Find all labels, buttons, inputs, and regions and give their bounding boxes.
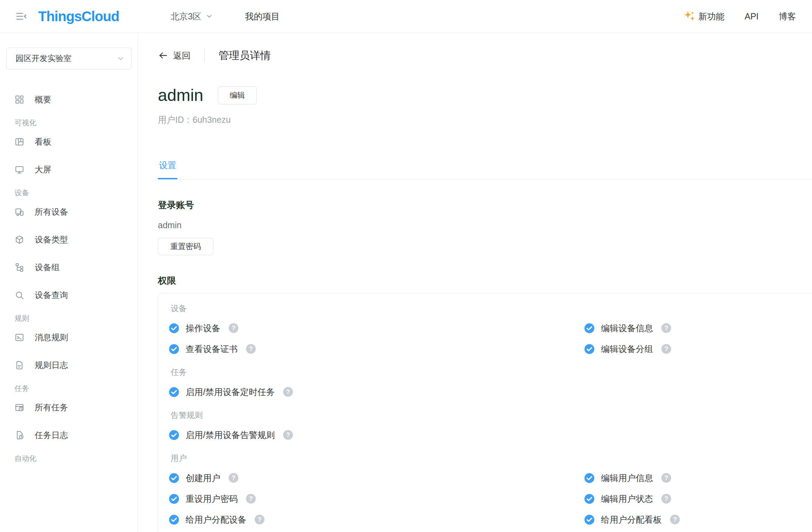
checked-checkbox-icon[interactable] bbox=[584, 323, 595, 334]
permission-group: 用户创建用户?编辑用户信息?重设用户密码?编辑用户状态?给用户分配设备?给用户分… bbox=[169, 453, 812, 530]
permission-item: 给用户分配看板? bbox=[584, 514, 812, 525]
region-label: 北京3区 bbox=[170, 11, 201, 22]
help-question-icon[interactable]: ? bbox=[229, 323, 238, 333]
sidebar-item-label: 看板 bbox=[35, 136, 51, 147]
checked-checkbox-icon[interactable] bbox=[584, 473, 595, 483]
device-search-icon bbox=[15, 290, 24, 300]
sidebar-item[interactable]: 设备类型 bbox=[6, 226, 132, 254]
help-question-icon[interactable]: ? bbox=[283, 387, 293, 397]
sidebar-section-label: 设备 bbox=[6, 188, 132, 198]
permission-item: 给用户分配设备? bbox=[169, 514, 584, 525]
help-question-icon[interactable]: ? bbox=[670, 515, 680, 524]
sidebar-item[interactable]: 所有设备 bbox=[6, 198, 132, 226]
permission-row: 查看设备证书?编辑设备分组? bbox=[169, 338, 812, 359]
sidebar-section-label: 规则 bbox=[6, 313, 132, 324]
sidebar-item[interactable]: 所有任务 bbox=[6, 394, 132, 421]
sidebar-item-label: 任务日志 bbox=[35, 430, 68, 441]
permission-label: 重设用户密码 bbox=[186, 493, 238, 505]
sidebar-item-label: 设备查询 bbox=[35, 290, 68, 301]
permission-row: 启用/禁用设备定时任务? bbox=[169, 381, 812, 402]
sidebar-item[interactable]: 设备组 bbox=[6, 254, 132, 281]
sparkles-icon bbox=[684, 11, 695, 22]
checked-checkbox-icon[interactable] bbox=[169, 387, 179, 397]
permission-group-label: 设备 bbox=[169, 303, 812, 314]
dashboard-icon bbox=[15, 137, 24, 147]
sidebar-item-label: 设备类型 bbox=[35, 234, 68, 245]
help-question-icon[interactable]: ? bbox=[661, 323, 671, 333]
sidebar-collapse-icon[interactable] bbox=[13, 8, 29, 24]
blog-link[interactable]: 博客 bbox=[779, 11, 796, 22]
checked-checkbox-icon[interactable] bbox=[169, 473, 179, 483]
checked-checkbox-icon[interactable] bbox=[169, 344, 179, 354]
permission-item: 编辑设备信息? bbox=[584, 323, 812, 334]
checked-checkbox-icon[interactable] bbox=[584, 514, 595, 525]
permission-row: 重设用户密码?编辑用户状态? bbox=[169, 488, 812, 509]
permission-item: 编辑用户状态? bbox=[584, 493, 812, 505]
permission-group: 任务启用/禁用设备定时任务? bbox=[169, 367, 812, 402]
project-selector-value: 园区开发实验室 bbox=[16, 53, 71, 64]
permission-label: 创建用户 bbox=[186, 472, 220, 484]
device-group-icon bbox=[15, 263, 24, 272]
all-tasks-icon bbox=[15, 403, 24, 412]
permissions-section-title: 权限 bbox=[158, 275, 812, 287]
permission-item: 创建用户? bbox=[169, 472, 584, 484]
permission-label: 给用户分配设备 bbox=[186, 514, 246, 525]
back-label: 返回 bbox=[173, 50, 191, 61]
logo[interactable]: ThingsCloud bbox=[38, 9, 119, 24]
permission-item: 操作设备? bbox=[169, 323, 584, 334]
top-header: ThingsCloud 北京3区 我的项目 新功能 API 博客 bbox=[0, 0, 812, 33]
api-link[interactable]: API bbox=[745, 11, 759, 22]
sidebar-item[interactable]: 消息规则 bbox=[6, 324, 132, 351]
sidebar-item-label: 消息规则 bbox=[35, 332, 68, 343]
help-question-icon[interactable]: ? bbox=[246, 344, 256, 354]
help-question-icon[interactable]: ? bbox=[255, 515, 264, 524]
permission-label: 编辑设备信息 bbox=[601, 323, 653, 334]
help-question-icon[interactable]: ? bbox=[246, 494, 256, 504]
checked-checkbox-icon[interactable] bbox=[169, 430, 179, 440]
sidebar-item-label: 概要 bbox=[35, 94, 51, 105]
sidebar: 园区开发实验室 概要可视化看板大屏设备所有设备设备类型设备组设备查询规则消息规则… bbox=[0, 33, 138, 532]
help-question-icon[interactable]: ? bbox=[661, 494, 671, 504]
main-content: 返回 管理员详情 admin 编辑 用户ID：6uh3nezu 设置 登录账号 … bbox=[138, 33, 812, 532]
login-section-title: 登录账号 bbox=[158, 199, 812, 211]
sidebar-item[interactable]: 设备查询 bbox=[6, 281, 132, 309]
permission-label: 查看设备证书 bbox=[186, 343, 238, 355]
checked-checkbox-icon[interactable] bbox=[169, 323, 179, 334]
permission-label: 操作设备 bbox=[186, 323, 220, 334]
sidebar-item[interactable]: 概要 bbox=[6, 86, 132, 113]
region-selector[interactable]: 北京3区 bbox=[170, 11, 213, 22]
divider bbox=[204, 49, 205, 62]
checked-checkbox-icon[interactable] bbox=[169, 514, 179, 525]
sidebar-item-label: 规则日志 bbox=[35, 360, 68, 371]
user-name-heading: admin bbox=[158, 83, 203, 108]
permission-item: 启用/禁用设备定时任务? bbox=[169, 386, 584, 398]
page-title: 管理员详情 bbox=[219, 49, 271, 63]
overview-icon bbox=[15, 95, 24, 104]
help-question-icon[interactable]: ? bbox=[229, 473, 238, 483]
sidebar-item[interactable]: 大屏 bbox=[6, 156, 132, 183]
checked-checkbox-icon[interactable] bbox=[169, 494, 179, 504]
my-projects-link[interactable]: 我的项目 bbox=[245, 11, 280, 22]
rule-logs-icon bbox=[15, 360, 24, 370]
permissions-panel: 设备操作设备?编辑设备信息?查看设备证书?编辑设备分组?任务启用/禁用设备定时任… bbox=[158, 293, 812, 532]
checked-checkbox-icon[interactable] bbox=[584, 344, 595, 354]
permission-label: 启用/禁用设备告警规则 bbox=[186, 429, 275, 441]
help-question-icon[interactable]: ? bbox=[283, 430, 293, 440]
new-features-link[interactable]: 新功能 bbox=[684, 11, 725, 22]
reset-password-button[interactable]: 重置密码 bbox=[158, 238, 213, 255]
help-question-icon[interactable]: ? bbox=[661, 473, 671, 483]
help-question-icon[interactable]: ? bbox=[661, 344, 671, 354]
project-selector[interactable]: 园区开发实验室 bbox=[6, 48, 132, 69]
new-features-label: 新功能 bbox=[699, 11, 725, 22]
sidebar-item[interactable]: 任务日志 bbox=[6, 421, 132, 449]
checked-checkbox-icon[interactable] bbox=[584, 494, 595, 504]
back-button[interactable]: 返回 bbox=[158, 50, 191, 61]
tab-settings[interactable]: 设置 bbox=[158, 160, 177, 179]
sidebar-item[interactable]: 规则日志 bbox=[6, 351, 132, 379]
sidebar-item[interactable]: 看板 bbox=[6, 128, 132, 156]
edit-button[interactable]: 编辑 bbox=[218, 86, 257, 104]
permission-item: 查看设备证书? bbox=[169, 343, 584, 355]
permission-item: 编辑用户信息? bbox=[584, 472, 812, 484]
sidebar-section-label: 任务 bbox=[6, 383, 132, 394]
sidebar-section-label: 自动化 bbox=[6, 453, 132, 464]
